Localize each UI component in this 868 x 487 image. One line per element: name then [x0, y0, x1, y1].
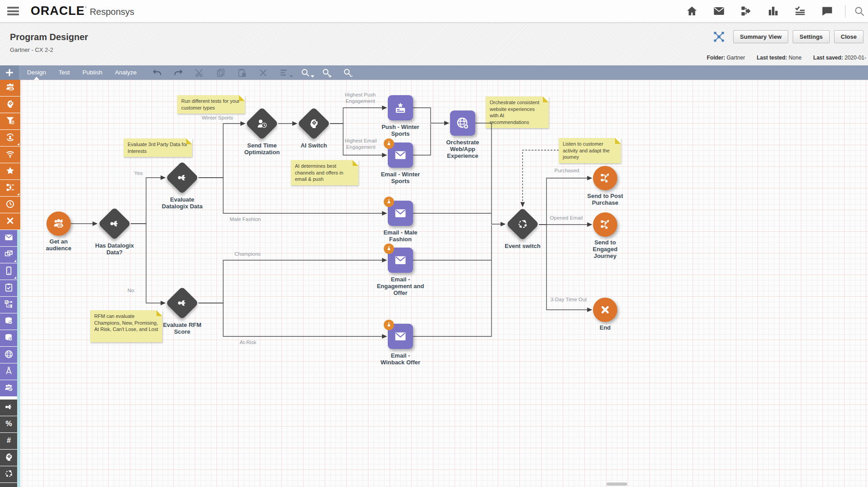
icon-engage-wifi-icon	[5, 149, 15, 161]
sidebar-accent-strip	[17, 230, 20, 487]
sidebar-item-program-link[interactable]	[0, 180, 20, 196]
sidebar-item-hash[interactable]: #	[0, 433, 17, 449]
split-icon	[176, 171, 188, 184]
node-label: Evaluate RFM Score	[157, 322, 207, 335]
sidebar-item-mobile[interactable]	[0, 263, 17, 280]
split-icon	[108, 217, 121, 230]
icon-email-icon	[4, 232, 14, 244]
hamburger-menu-icon[interactable]	[7, 7, 19, 15]
zoom-level-button[interactable]	[300, 68, 311, 78]
node-label: Email - Male Fashion	[377, 230, 424, 243]
sidebar-item-engage-wifi[interactable]	[0, 147, 20, 163]
add-stage-button[interactable]	[0, 65, 19, 80]
toolbar-tools	[152, 68, 353, 78]
tab-analyze[interactable]: Analyze	[115, 65, 137, 80]
sidebar-item-data-switch[interactable]	[0, 330, 17, 346]
edge-label-opened-email: Opened Email	[550, 215, 583, 221]
summary-view-button[interactable]: Summary View	[733, 30, 788, 43]
svg-text:#: #	[6, 436, 10, 444]
sidebar-item-profile-sync[interactable]	[0, 130, 20, 146]
tasks-icon[interactable]	[794, 5, 806, 17]
search-icon[interactable]	[854, 5, 865, 17]
sidebar-item-favorite[interactable]	[0, 163, 20, 179]
messages-icon[interactable]	[713, 5, 725, 17]
node-label: Event switch	[499, 243, 547, 250]
cut-button[interactable]	[194, 68, 205, 78]
program-meta: Folder: GartnerLast tested: NoneLast sav…	[707, 55, 866, 61]
program-canvas[interactable]: Run different tests for your customer ty…	[0, 80, 868, 487]
icon-percent-icon: %	[4, 418, 14, 431]
ai-head-icon	[308, 117, 320, 130]
send-journey-icon	[599, 218, 611, 231]
edge-label-champions: Champions	[234, 251, 261, 257]
edge-label-highest-push-engagement: Highest Push Engagement	[341, 92, 380, 105]
align-button[interactable]	[279, 68, 289, 78]
settings-button[interactable]: Settings	[793, 30, 829, 43]
sidebar-item-data-check[interactable]	[0, 313, 17, 330]
event-icon	[516, 218, 529, 230]
zoom-out-button[interactable]	[343, 68, 353, 78]
icon-mobile-icon	[4, 266, 14, 278]
sidebar-item-display-ads[interactable]	[0, 247, 17, 263]
push-icon	[393, 101, 408, 115]
meta-folder: Folder: Gartner	[707, 55, 745, 61]
svg-text:%: %	[5, 419, 12, 427]
meta-lasttested: Last tested: None	[757, 55, 801, 61]
email-icon	[393, 329, 408, 344]
edge-label-no: No	[128, 288, 134, 294]
copy-button[interactable]	[216, 68, 226, 78]
sidebar-item-split[interactable]	[0, 400, 17, 416]
sidebar-item-suppress[interactable]	[0, 380, 17, 396]
sidebar-item-schedule[interactable]	[0, 197, 20, 213]
programs-icon[interactable]	[740, 5, 752, 17]
edge-label-purchased: Purchased	[555, 168, 579, 174]
icon-program-link-icon	[5, 182, 15, 194]
redo-button[interactable]	[173, 68, 184, 78]
sidebar-item-email[interactable]	[0, 230, 17, 246]
globe-plus-icon	[455, 116, 470, 130]
icon-decision-tree-icon	[4, 299, 14, 311]
delete-button[interactable]	[258, 68, 268, 78]
sidebar-item-ai-gears[interactable]	[0, 450, 17, 466]
sidebar-item-ai-program[interactable]	[0, 96, 20, 113]
header-actions: Summary View Settings Close	[713, 30, 863, 43]
sidebar-item-percent[interactable]: %	[0, 416, 17, 432]
align-dropdown-caret	[289, 75, 293, 78]
sidebar-item-form[interactable]	[0, 280, 17, 296]
analytics-icon[interactable]	[767, 5, 779, 17]
sidebar-item-web[interactable]	[0, 347, 17, 363]
sidebar-item-award[interactable]	[0, 483, 17, 487]
paste-button[interactable]	[237, 68, 247, 78]
program-name: Gartner - CX 2-2	[10, 46, 53, 53]
home-icon[interactable]	[686, 5, 698, 17]
undo-button[interactable]	[152, 68, 162, 78]
icon-web-icon	[4, 349, 14, 361]
node-label: Push - Winter Sports	[377, 124, 424, 138]
sidebar-item-cancel[interactable]	[0, 213, 20, 230]
node-label: AI Switch	[295, 142, 333, 149]
node-label: Email - Winter Sports	[377, 171, 424, 185]
sidebar-item-decision-tree[interactable]	[0, 297, 17, 313]
edge-label-yes: Yes	[134, 170, 143, 177]
icon-favorite-icon	[5, 165, 15, 178]
sidebar-item-event[interactable]	[0, 466, 17, 482]
ab-test-flask-badge	[384, 244, 394, 254]
fit-to-view-icon[interactable]	[713, 31, 725, 43]
tab-test[interactable]: Test	[59, 65, 70, 80]
edge-label-at-risk: At-Risk	[239, 340, 256, 346]
tab-publish[interactable]: Publish	[83, 65, 102, 80]
close-button[interactable]: Close	[834, 30, 863, 43]
sidebar-item-audience[interactable]	[0, 80, 20, 96]
oracle-responsys-logo: ORACLE ’ Responsys	[31, 4, 134, 18]
feedback-icon[interactable]	[821, 5, 833, 17]
node-label: Send Time Optimization	[237, 142, 287, 156]
email-icon	[393, 253, 408, 267]
zoom-in-button[interactable]	[321, 68, 332, 78]
ab-test-flask-badge	[384, 197, 394, 207]
sidebar-item-tools-compass[interactable]	[0, 363, 17, 380]
icon-suppress-icon	[4, 382, 14, 395]
icon-audience-icon	[5, 82, 15, 94]
tab-design[interactable]: Design	[27, 65, 46, 80]
sidebar-item-filter[interactable]	[0, 113, 20, 129]
horizontal-scrollbar-thumb[interactable]	[606, 482, 627, 486]
